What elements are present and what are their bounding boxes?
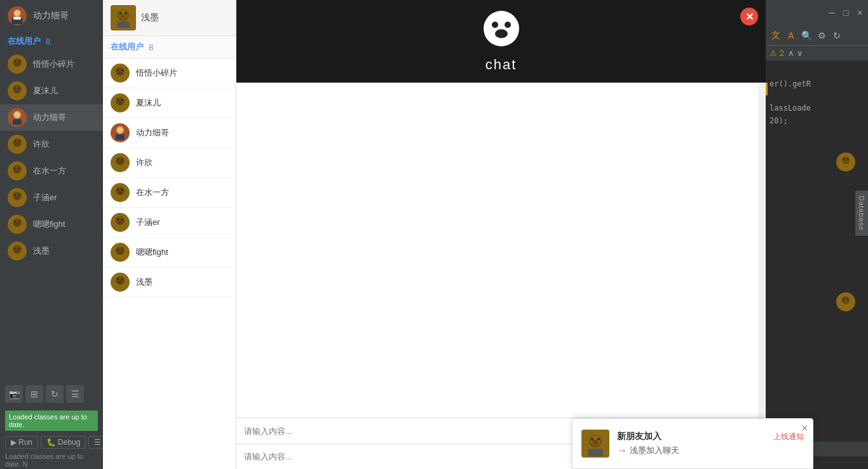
notification-message: 浅墨加入聊天 [630,445,679,456]
code-line-1: er().getR [770,78,864,90]
run-button[interactable]: ▶ Run [5,436,38,449]
notification-popup: 新朋友加入 上线通知 → 浅墨加入聊天 × [572,418,813,469]
svg-point-73 [492,22,498,28]
code-line-2 [770,90,864,102]
expanded-online-count: 8 [149,43,153,52]
sidebar-user-item[interactable]: 夏沫儿 [0,78,103,104]
expanded-user-item[interactable]: 子涵er [103,208,236,238]
svg-point-75 [495,29,508,38]
chat-messages-area[interactable] [236,83,766,418]
expanded-user-item[interactable]: 浅墨 [103,268,236,297]
scrollbar-track[interactable] [758,83,766,418]
sidebar-user-name: 许欣 [33,139,50,150]
svg-point-16 [14,140,16,142]
update-icon[interactable]: ↻ [831,29,843,42]
expanded-user-item[interactable]: 嗯嗯fight [103,238,236,268]
expanded-user-avatar [111,64,130,83]
database-tab[interactable]: Database [855,191,868,236]
expanded-user-name: 浅墨 [136,276,153,288]
chat-header: chat ✕ [236,0,766,83]
svg-point-54 [121,159,123,161]
svg-point-84 [847,298,849,300]
sidebar-username: 动力细哥 [33,10,69,22]
svg-point-42 [117,69,119,71]
expanded-user-list: 悟悟小碎片夏沫儿动力细哥许欣在水一方子涵er嗯嗯fight浅墨 [103,58,236,469]
sidebar-user-item[interactable]: 动力细哥 [0,104,103,131]
svg-point-34 [15,249,20,252]
sidebar-user-item[interactable]: 在水一方 [0,158,103,184]
maximize-button[interactable]: □ [840,8,851,18]
warning-icon: ⚠ [770,48,777,58]
warning-bar: ⚠ 2 ∧ ∨ [766,46,868,60]
expanded-user-item[interactable]: 在水一方 [103,178,236,208]
close-button[interactable]: × [854,8,865,18]
debug-icon: 🐛 [46,438,56,447]
svg-rect-14 [13,119,22,125]
close-chat-button[interactable]: ✕ [740,8,758,25]
svg-point-50 [118,127,123,133]
right-avatar-2 [836,292,855,311]
svg-rect-40 [117,22,130,28]
sidebar-user-avatar [8,135,27,154]
expanded-chat-avatar [111,5,136,31]
notification-header-row: 新朋友加入 上线通知 [617,431,804,442]
svg-point-71 [118,280,123,283]
svg-point-43 [121,69,123,71]
svg-point-66 [121,248,123,250]
expanded-user-avatar [111,243,130,262]
svg-point-57 [117,189,119,191]
chat-logo: chat [479,10,524,73]
notification-close-button[interactable]: × [802,423,808,434]
sidebar-user-item[interactable]: 浅墨 [0,238,103,264]
svg-rect-90 [588,449,603,456]
list-button[interactable]: ☰ [66,385,84,403]
minimize-button[interactable]: ─ [826,8,837,18]
expanded-user-item[interactable]: 许欣 [103,148,236,178]
sidebar-user-item[interactable]: 嗯嗯fight [0,211,103,238]
expanded-user-name: 动力细哥 [136,127,169,139]
sidebar-user-avatar [8,161,27,180]
todo-icon: ☰ [94,438,101,447]
sidebar-user-avatar [8,188,27,207]
svg-point-17 [18,140,20,142]
svg-point-9 [14,87,16,89]
svg-point-82 [842,296,850,304]
camera-button[interactable]: 📷 [5,385,23,403]
refresh-button[interactable]: ↻ [46,385,64,403]
svg-point-22 [15,169,20,172]
loaded-classes-detail: Loaded classes are up to date. N [0,451,103,469]
notification-arrow-icon: → [617,445,627,456]
left-sidebar: 动力细哥 在线用户 8 悟悟小碎片夏沫儿动力细哥许欣在水一方子涵er嗯嗯figh… [0,0,103,469]
sidebar-user-item[interactable]: 许欣 [0,131,103,158]
sidebar-user-name: 浅墨 [33,245,50,257]
svg-point-88 [597,438,600,440]
translate-icon[interactable]: 文 [770,29,782,42]
expanded-user-avatar [111,123,130,142]
expanded-user-avatar [111,213,130,232]
settings-icon[interactable]: ⚙ [815,29,828,42]
expand-icon[interactable]: ∧ [788,48,794,58]
svg-point-44 [118,71,123,74]
sidebar-user-name: 悟悟小碎片 [33,58,74,70]
svg-point-87 [591,438,593,440]
svg-point-65 [117,248,119,250]
debug-button[interactable]: 🐛 Debug [41,436,86,449]
expanded-user-item[interactable]: 夏沫儿 [103,88,236,118]
warning-count: 2 [780,49,784,58]
svg-point-6 [18,60,20,62]
sidebar-user-item[interactable]: 子涵er [0,184,103,211]
svg-point-48 [118,101,123,104]
layout-button[interactable]: ⊞ [25,385,43,403]
right-toolbar: 文 A 🔍 ⚙ ↻ [766,25,868,46]
sidebar-user-item[interactable]: 悟悟小碎片 [0,51,103,78]
svg-point-53 [117,159,119,161]
collapse-icon[interactable]: ∨ [797,48,803,58]
search-icon[interactable]: 🔍 [800,29,813,42]
svg-point-7 [15,62,20,65]
expanded-online-section: 在线用户 8 [103,36,236,58]
expanded-chat-username: 浅墨 [141,12,159,24]
translate2-icon[interactable]: A [785,29,797,42]
expanded-user-item[interactable]: 动力细哥 [103,118,236,148]
expanded-user-avatar [111,93,130,112]
expanded-user-item[interactable]: 悟悟小碎片 [103,58,236,88]
